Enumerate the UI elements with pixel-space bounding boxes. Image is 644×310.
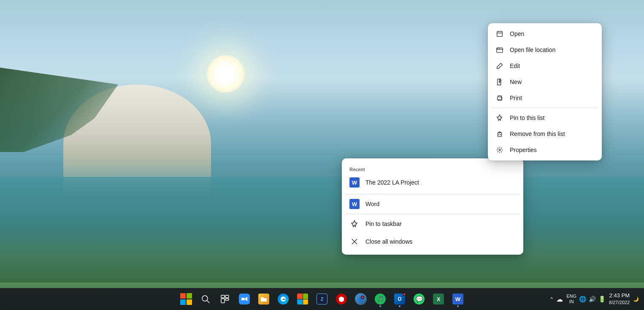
context-pin-label: Pin to this list <box>510 114 544 121</box>
sun <box>207 55 245 93</box>
context-print-label: Print <box>510 95 522 101</box>
file-location-icon <box>495 46 504 54</box>
edit-icon <box>495 62 504 70</box>
system-tray: ^ ☁ ENG IN 🌐 🔊 🔋 2:43 PM 8/27/2022 <box>551 292 639 305</box>
taskbar-search-button[interactable] <box>197 290 214 308</box>
taskbar-edge-button[interactable] <box>274 290 292 308</box>
taskbar: Z 👤 🎵 <box>0 288 644 310</box>
context-menu-divider-1 <box>491 108 598 108</box>
windows-logo <box>180 293 192 305</box>
word-app-icon: W <box>349 199 360 209</box>
context-menu-print[interactable]: Print <box>488 90 602 106</box>
new-icon <box>495 78 504 86</box>
svg-rect-17 <box>241 298 245 300</box>
jump-list-item-la-project[interactable]: W The 2022 LA Project <box>342 174 523 191</box>
chrome-notification-dot <box>361 296 364 299</box>
jump-list-close-all[interactable]: Close all windows <box>342 233 523 250</box>
svg-rect-5 <box>498 133 502 136</box>
win-logo-q1 <box>180 293 186 299</box>
word-label: Word <box>365 201 379 207</box>
word-doc-icon: W <box>349 177 360 188</box>
pin-taskbar-label: Pin to taskbar <box>365 220 402 227</box>
tray-globe-icon[interactable]: 🌐 <box>579 296 586 302</box>
tray-lang-sub: IN <box>566 299 576 305</box>
taskbar-start-button[interactable] <box>177 290 195 308</box>
pin-taskbar-icon <box>349 219 360 229</box>
taskbar-chrome-button[interactable]: 👤 <box>352 290 370 308</box>
tray-notification-icon[interactable]: 🌙 <box>633 296 639 302</box>
context-menu-pin[interactable]: Pin to this list <box>488 110 602 126</box>
print-icon <box>495 94 504 102</box>
properties-icon <box>495 146 504 154</box>
svg-rect-16 <box>225 299 229 300</box>
context-menu: Open Open file location Edit <box>488 23 602 160</box>
tray-battery-icon[interactable]: 🔋 <box>598 296 606 302</box>
win-logo-q2 <box>187 293 192 299</box>
context-menu-open-file-location[interactable]: Open file location <box>488 42 602 58</box>
time-date[interactable]: 2:43 PM 8/27/2022 <box>609 292 630 305</box>
remove-icon <box>495 130 504 138</box>
jump-list-word[interactable]: W Word <box>342 195 523 213</box>
clock-date: 8/27/2022 <box>609 299 630 305</box>
taskbar-word-button[interactable]: W <box>449 290 467 308</box>
svg-point-8 <box>499 149 501 151</box>
svg-rect-0 <box>497 32 503 37</box>
jump-list-pin-taskbar[interactable]: Pin to taskbar <box>342 215 523 233</box>
win-logo-q3 <box>180 299 186 305</box>
la-project-label: The 2022 LA Project <box>365 179 419 186</box>
context-menu-remove[interactable]: Remove from this list <box>488 126 602 142</box>
tray-cloud-icon[interactable]: ☁ <box>556 295 563 303</box>
jump-list: Recent W The 2022 LA Project W Word Pin … <box>342 158 523 255</box>
taskbar-app-icons: Z 👤 🎵 <box>177 290 467 308</box>
context-new-label: New <box>510 79 522 85</box>
taskbar-file-explorer-button[interactable] <box>255 290 273 308</box>
close-all-label: Close all windows <box>365 238 412 245</box>
context-menu-open[interactable]: Open <box>488 26 602 42</box>
jump-list-divider-2 <box>345 214 520 214</box>
tray-overflow-button[interactable]: ^ <box>551 296 553 302</box>
taskbar-mcafee-button[interactable] <box>333 290 350 308</box>
taskbar-whatsapp-button[interactable]: 💬 <box>410 290 428 308</box>
context-menu-properties[interactable]: Properties <box>488 142 602 158</box>
tray-icons: ENG IN 🌐 🔊 🔋 <box>566 294 606 305</box>
clock-time: 2:43 PM <box>609 292 630 299</box>
context-open-label: Open <box>510 30 524 37</box>
tray-lang-label: ENG <box>566 294 576 299</box>
svg-rect-15 <box>221 299 225 303</box>
close-all-icon <box>349 237 360 247</box>
context-remove-label: Remove from this list <box>510 131 565 137</box>
tray-volume-icon[interactable]: 🔊 <box>589 296 596 302</box>
context-menu-new[interactable]: New <box>488 74 602 90</box>
tray-language[interactable]: ENG IN <box>566 294 576 305</box>
desktop: Open Open file location Edit <box>0 0 644 310</box>
taskbar-outlook-button[interactable]: O <box>391 290 409 308</box>
outlook-notification-dot <box>403 293 406 296</box>
svg-rect-13 <box>221 295 225 298</box>
taskbar-zoom-button[interactable] <box>235 290 253 308</box>
context-properties-label: Properties <box>510 147 537 153</box>
open-icon <box>495 30 504 38</box>
svg-point-4 <box>501 98 502 98</box>
svg-line-12 <box>207 300 209 303</box>
jump-list-divider-1 <box>345 194 520 194</box>
taskbar-excel-button[interactable]: X <box>430 290 447 308</box>
taskbar-task-view-button[interactable] <box>216 290 234 308</box>
taskbar-spotify-button[interactable]: 🎵 <box>371 290 389 308</box>
taskbar-m365-button[interactable] <box>294 290 311 308</box>
jump-list-recent-header: Recent <box>342 164 523 174</box>
svg-rect-14 <box>225 295 229 298</box>
taskbar-zbrush-button[interactable]: Z <box>313 290 331 308</box>
context-menu-edit[interactable]: Edit <box>488 58 602 74</box>
pin-icon <box>495 114 504 122</box>
jump-list-recent-section: Recent W The 2022 LA Project <box>342 163 523 193</box>
context-edit-label: Edit <box>510 63 520 69</box>
context-open-file-location-label: Open file location <box>510 46 555 53</box>
win-logo-q4 <box>187 299 192 305</box>
